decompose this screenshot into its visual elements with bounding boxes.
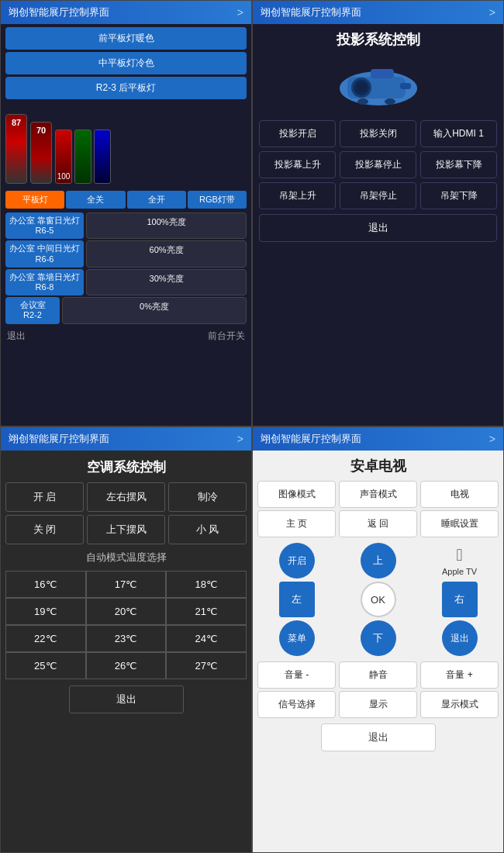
dpad-right-btn[interactable]: 右: [442, 582, 478, 617]
proj-btn-6[interactable]: 吊架上升: [259, 182, 336, 209]
tv-title: 安卓电视: [257, 454, 499, 478]
proj-btn-0[interactable]: 投影开启: [259, 120, 336, 147]
ac-temp-section-title: 自动模式温度选择: [5, 547, 247, 568]
brightness-row-2: 办公室 中间日光灯R6-6 60%亮度: [5, 240, 247, 267]
projector-button-grid: 投影开启 投影关闭 输入HDMI 1 投影幕上升 投影幕停止 投影幕下降 吊架上…: [259, 120, 497, 209]
tab-alloff[interactable]: 全关: [66, 191, 125, 209]
panel4-arrow[interactable]: >: [489, 433, 495, 445]
tv-btn-display-mode[interactable]: 显示模式: [420, 691, 499, 718]
projector-exit-btn[interactable]: 退出: [259, 214, 497, 242]
proj-btn-1[interactable]: 投影关闭: [340, 120, 416, 147]
rgb-bar-g[interactable]: [74, 130, 91, 184]
panel1-arrow[interactable]: >: [237, 6, 243, 19]
projector-image: [332, 54, 425, 116]
tab-allon[interactable]: 全开: [127, 191, 186, 209]
brightness-row-3: 办公室 靠墙日光灯R6-8 30%亮度: [5, 269, 247, 295]
ac-btn-2[interactable]: 制冷: [168, 482, 247, 512]
tab-rgb[interactable]: RGB灯带: [188, 191, 247, 209]
panel3-arrow[interactable]: >: [237, 433, 243, 445]
proj-btn-8[interactable]: 吊架下降: [420, 182, 497, 209]
ac-temp-7[interactable]: 23℃: [86, 625, 167, 652]
rgb-bar-r[interactable]: 100: [55, 130, 72, 184]
panel1-title: 翊创智能展厅控制界面: [9, 5, 109, 19]
dpad-left-btn[interactable]: 左: [279, 582, 315, 617]
ac-temp-3[interactable]: 19℃: [5, 598, 86, 625]
ac-btn-3[interactable]: 关 闭: [5, 515, 84, 544]
ac-btn-4[interactable]: 上下摆风: [87, 515, 165, 544]
brightness-value-4[interactable]: 0%亮度: [62, 297, 247, 323]
brightness-label-3: 办公室 靠墙日光灯R6-8: [5, 269, 84, 295]
ac-temp-5[interactable]: 21℃: [166, 598, 247, 625]
ac-temp-10[interactable]: 26℃: [86, 652, 167, 679]
tv-btn-signal[interactable]: 信号选择: [257, 691, 336, 718]
light-btn-3[interactable]: R2-3 后平板灯: [5, 77, 247, 99]
tv-btn-sound[interactable]: 声音模式: [339, 481, 417, 508]
apple-icon: : [456, 545, 462, 565]
tv-btn-tv[interactable]: 电视: [420, 481, 499, 508]
ac-temp-9[interactable]: 25℃: [5, 652, 86, 679]
tv-btn-mute[interactable]: 静音: [339, 661, 417, 689]
ac-temp-8[interactable]: 24℃: [166, 625, 247, 652]
slider2[interactable]: 70: [30, 122, 52, 184]
proj-btn-3[interactable]: 投影幕上升: [259, 151, 336, 178]
slider1-value: 87: [12, 118, 21, 127]
apple-tv-area[interactable]:  Apple TV: [442, 545, 477, 576]
light-btn-2[interactable]: 中平板灯冷色: [5, 52, 247, 74]
panel2-title: 翊创智能展厅控制界面: [261, 5, 361, 19]
dpad-up-btn[interactable]: 上: [361, 543, 396, 578]
ac-exit-btn[interactable]: 退出: [69, 686, 184, 713]
rgb-r-val: 100: [57, 172, 71, 181]
ac-btn-5[interactable]: 小 风: [168, 515, 247, 544]
tv-btn-vol-up[interactable]: 音量 +: [420, 661, 499, 689]
tv-bottom-row-2: 信号选择 显示 显示模式: [257, 691, 499, 718]
tv-btn-sleep[interactable]: 睡眠设置: [420, 510, 499, 537]
proj-btn-5[interactable]: 投影幕下降: [420, 151, 497, 178]
tab-flatlight[interactable]: 平板灯: [5, 191, 64, 209]
ac-btn-1[interactable]: 左右摆风: [87, 482, 165, 512]
sliders-area: 87 70 100: [5, 102, 247, 187]
ac-title: 空调系统控制: [5, 455, 247, 479]
panel1-bottom-row: 退出 前台开关: [5, 326, 247, 344]
dpad-start-btn[interactable]: 开启: [279, 543, 315, 578]
proj-btn-7[interactable]: 吊架停止: [340, 182, 416, 209]
lighting-panel: 翊创智能展厅控制界面 > 前平板灯暖色 中平板灯冷色 R2-3 后平板灯 87 …: [0, 0, 252, 427]
brightness-value-3[interactable]: 30%亮度: [86, 269, 247, 295]
tv-btn-display[interactable]: 显示: [339, 691, 417, 718]
tv-btn-vol-down[interactable]: 音量 -: [257, 661, 336, 689]
panel1-header: 翊创智能展厅控制界面 >: [1, 1, 251, 24]
ac-btn-0[interactable]: 开 启: [5, 482, 84, 512]
ac-temp-2[interactable]: 18℃: [166, 571, 247, 598]
projector-title: 投影系统控制: [337, 30, 420, 49]
panel4-header: 翊创智能展厅控制界面 >: [253, 427, 503, 451]
dpad-exit-btn[interactable]: 退出: [442, 620, 478, 656]
dpad-down-btn[interactable]: 下: [361, 620, 396, 656]
ac-temp-0[interactable]: 16℃: [5, 571, 86, 598]
panel2-arrow[interactable]: >: [489, 6, 495, 19]
brightness-row-1: 办公室 靠窗日光灯R6-5 100%亮度: [5, 212, 247, 239]
dpad-ok-btn[interactable]: OK: [361, 582, 396, 617]
rgb-bar-b[interactable]: [94, 130, 111, 184]
light-btn-1[interactable]: 前平板灯暖色: [5, 27, 247, 50]
ac-control-grid: 开 启 左右摆风 制冷 关 闭 上下摆风 小 风: [5, 482, 247, 544]
tv-btn-back[interactable]: 返 回: [339, 510, 417, 537]
dpad-menu-btn[interactable]: 菜单: [279, 620, 315, 656]
panel4-title: 翊创智能展厅控制界面: [261, 432, 361, 446]
svg-point-8: [385, 98, 395, 105]
tv-btn-image[interactable]: 图像模式: [257, 481, 336, 508]
ac-temp-1[interactable]: 17℃: [86, 571, 167, 598]
brightness-value-1[interactable]: 100%亮度: [86, 212, 247, 239]
ac-temp-6[interactable]: 22℃: [5, 625, 86, 652]
ac-temp-11[interactable]: 27℃: [166, 652, 247, 679]
proj-btn-2[interactable]: 输入HDMI 1: [420, 120, 497, 147]
ac-temp-4[interactable]: 20℃: [86, 598, 167, 625]
tv-exit-btn[interactable]: 退出: [321, 723, 436, 751]
proj-btn-4[interactable]: 投影幕停止: [340, 151, 416, 178]
projector-panel: 翊创智能展厅控制界面 > 投影系统控制: [252, 0, 504, 427]
panel1-exit-btn[interactable]: 退出: [7, 330, 26, 343]
brightness-value-2[interactable]: 60%亮度: [86, 240, 247, 267]
tv-btn-home[interactable]: 主 页: [257, 510, 336, 537]
brightness-table: 办公室 靠窗日光灯R6-5 100%亮度 办公室 中间日光灯R6-6 60%亮度…: [5, 212, 247, 324]
svg-rect-5: [371, 69, 394, 78]
slider1[interactable]: 87: [5, 114, 27, 184]
panel1-frontdesk-btn[interactable]: 前台开关: [208, 330, 245, 343]
